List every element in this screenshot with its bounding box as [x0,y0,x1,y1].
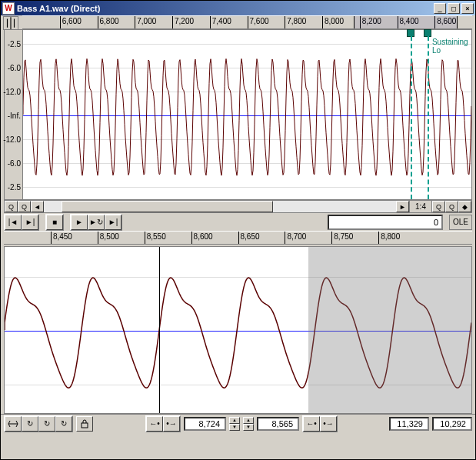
nudge-start-right[interactable]: •→ [163,416,180,432]
zoom-out-vert-icon[interactable]: Q [5,201,18,212]
loop-end-value[interactable]: 8,565 [257,417,299,431]
zoom-ratio: 1:4 [409,201,432,212]
app-icon: W [2,2,15,15]
rewind-button[interactable]: |◄ [5,215,22,230]
ole-button[interactable]: OLE [449,215,472,230]
zoom-out-icon[interactable]: Q [432,201,445,212]
nudge-end-left[interactable]: ←• [303,416,320,432]
loop-tool-1[interactable]: ↻ [22,416,38,432]
play-loop-button[interactable]: ►↻ [88,215,105,230]
scroll-track[interactable] [44,201,396,212]
lock-button[interactable] [76,416,93,432]
loop-start-spinner[interactable]: ▲▼ [229,417,240,431]
minimize-button[interactable]: _ [434,3,446,14]
window-title: Bass A1.wav (Direct) [17,4,100,13]
loop-end-spinner[interactable]: ▲▼ [243,417,254,431]
overview-scrollbar[interactable]: Q Q ◄ ► 1:4 Q Q ◆ [4,200,472,213]
scroll-right-icon[interactable]: ► [396,201,409,212]
detail-ruler[interactable]: 8,4508,5008,5508,6008,6508,7008,7508,800 [4,231,472,245]
nudge-end-right[interactable]: •→ [320,416,337,432]
loop-tool-2[interactable]: ↻ [38,416,55,432]
stop-button[interactable]: ■ [46,215,63,230]
snap-zero-button[interactable] [5,416,22,432]
y-axis: -2.5-6.0-12.0-Inf.-12.0-6.0-2.5 [5,30,23,199]
detail-waveform[interactable] [4,246,472,414]
play-marker-button[interactable]: ►| [105,215,121,230]
zoom-in-icon[interactable]: Q [445,201,458,212]
zoom-in-vert-icon[interactable]: Q [18,201,31,212]
title-bar: W Bass A1.wav (Direct) _ □ × [1,1,475,15]
transport-toolbar: |◄ ►| ■ ► ►↻ ►| 0 OLE [1,213,475,231]
close-button[interactable]: × [461,3,474,14]
cursor-tool-button[interactable] [3,16,18,30]
detail-canvas [5,247,471,413]
loop-start-value[interactable]: 8,724 [184,417,226,431]
total-samples: 11,329 [389,417,429,431]
zoom-fit-icon[interactable]: ◆ [458,201,471,212]
status-bar: ↻ ↻ ↻ ←• •→ 8,724 ▲▼ ▲▼ 8,565 ←• •→ 11,3… [1,414,475,432]
scroll-left-icon[interactable]: ◄ [31,201,44,212]
svg-rect-0 [82,423,88,428]
nudge-start-left[interactable]: ←• [146,416,163,432]
position-counter: 0 [328,215,443,230]
overview-waveform[interactable]: -2.5-6.0-12.0-Inf.-12.0-6.0-2.5 Sustaini… [4,29,472,200]
selection-length: 10,292 [432,417,472,431]
forward-end-button[interactable]: ►| [22,215,38,230]
play-button[interactable]: ► [71,215,88,230]
loop-tool-3[interactable]: ↻ [55,416,72,432]
waveform-canvas: Sustaining Lo [23,30,471,199]
maximize-button[interactable]: □ [448,3,460,14]
overview-ruler[interactable]: 6,6006,8007,0007,2007,4007,6007,8008,000… [22,15,472,29]
